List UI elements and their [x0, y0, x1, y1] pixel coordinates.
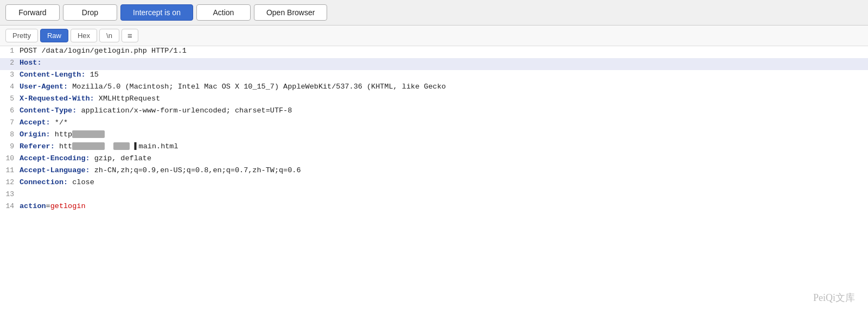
- format-bar: Pretty Raw Hex \n ≡: [0, 26, 868, 46]
- header-value: */*: [50, 118, 68, 127]
- line-number: 14: [0, 202, 20, 210]
- line-10: 10Accept-Encoding: gzip, deflate: [0, 154, 868, 166]
- line-14: 14action=getlogin: [0, 202, 868, 213]
- hex-button[interactable]: Hex: [71, 29, 97, 42]
- line-number: 10: [0, 154, 20, 162]
- header-value: application/x-www-form-urlencoded; chars…: [76, 106, 292, 115]
- line-number: 4: [0, 83, 20, 91]
- line-text: User-Agent: Mozilla/5.0 (Macintosh; Inte…: [20, 83, 868, 91]
- header-key: Connection:: [20, 178, 68, 186]
- header-key: Host:: [20, 59, 42, 67]
- watermark: PeiQi文库: [813, 291, 855, 304]
- line-text: Content-Type: application/x-www-form-url…: [20, 106, 868, 115]
- header-value: zh-CN,zh;q=0.9,en-US;q=0.8,en;q=0.7,zh-T…: [90, 166, 301, 174]
- line-4: 4User-Agent: Mozilla/5.0 (Macintosh; Int…: [0, 82, 868, 94]
- request-content: 1POST /data/login/getlogin.php HTTP/1.12…: [0, 46, 868, 213]
- line-text: Content-Length: 15: [20, 71, 868, 79]
- line-text: POST /data/login/getlogin.php HTTP/1.1: [20, 47, 868, 55]
- line-5: 5X-Requested-With: XMLHttpRequest: [0, 94, 868, 106]
- line-9: 9Referer: htt ▌main.html: [0, 142, 868, 154]
- line-2: 2Host:: [0, 58, 868, 70]
- header-key: Accept:: [20, 118, 50, 127]
- line-text: Accept-Language: zh-CN,zh;q=0.9,en-US;q=…: [20, 166, 868, 174]
- line-6: 6Content-Type: application/x-www-form-ur…: [0, 106, 868, 118]
- line-number: 5: [0, 95, 20, 103]
- line-number: 2: [0, 59, 20, 67]
- header-value: close: [68, 178, 94, 186]
- forward-button[interactable]: Forward: [5, 4, 60, 21]
- line-8: 8Origin: http: [0, 130, 868, 142]
- post-key: action: [20, 202, 46, 210]
- line-text: Connection: close: [20, 178, 868, 186]
- line-text: Referer: htt ▌main.html: [20, 142, 868, 150]
- header-key: Content-Type:: [20, 106, 76, 115]
- line-11: 11Accept-Language: zh-CN,zh;q=0.9,en-US;…: [0, 166, 868, 178]
- line-number: 13: [0, 190, 20, 198]
- line-text: action=getlogin: [20, 202, 868, 210]
- header-value: Mozilla/5.0 (Macintosh; Intel Mac OS X 1…: [68, 83, 446, 91]
- header-value: gzip, deflate: [90, 154, 151, 162]
- line-number: 11: [0, 166, 20, 174]
- line-number: 12: [0, 178, 20, 186]
- line-number: 9: [0, 142, 20, 150]
- line-text: Origin: http: [20, 130, 868, 139]
- line-text: Accept: */*: [20, 118, 868, 127]
- header-key: Origin:: [20, 130, 50, 139]
- header-key: Content-Length:: [20, 71, 86, 79]
- line-number: 6: [0, 106, 20, 115]
- line-number: 3: [0, 71, 20, 79]
- post-value: getlogin: [50, 202, 86, 210]
- header-key: Accept-Language:: [20, 166, 90, 174]
- line-13: 13: [0, 190, 868, 202]
- redacted-value-2: [113, 142, 130, 150]
- header-value: 15: [86, 71, 99, 79]
- drop-button[interactable]: Drop: [63, 4, 117, 21]
- line-7: 7Accept: */*: [0, 118, 868, 130]
- toolbar: Forward Drop Intercept is on Action Open…: [0, 0, 868, 26]
- line-number: 8: [0, 130, 20, 139]
- line-text: Accept-Encoding: gzip, deflate: [20, 154, 868, 162]
- line-number: 1: [0, 47, 20, 55]
- menu-button[interactable]: ≡: [122, 29, 138, 42]
- line-12: 12Connection: close: [0, 178, 868, 190]
- line-text: Host:: [20, 59, 868, 67]
- redacted-value: [72, 142, 105, 150]
- header-key: Referer:: [20, 142, 55, 150]
- header-value: XMLHttpRequest: [94, 95, 161, 103]
- header-key: User-Agent:: [20, 83, 68, 91]
- header-key: Accept-Encoding:: [20, 154, 90, 162]
- line-text: X-Requested-With: XMLHttpRequest: [20, 95, 868, 103]
- line-1: 1POST /data/login/getlogin.php HTTP/1.1: [0, 46, 868, 58]
- newline-button[interactable]: \n: [99, 29, 119, 42]
- redacted-value: [72, 130, 105, 138]
- pretty-button[interactable]: Pretty: [5, 29, 38, 42]
- header-key: X-Requested-With:: [20, 95, 94, 103]
- raw-button[interactable]: Raw: [40, 29, 68, 42]
- line-3: 3Content-Length: 15: [0, 70, 868, 82]
- line-number: 7: [0, 118, 20, 127]
- intercept-button[interactable]: Intercept is on: [120, 4, 193, 21]
- open-browser-button[interactable]: Open Browser: [254, 4, 327, 21]
- action-button[interactable]: Action: [196, 4, 251, 21]
